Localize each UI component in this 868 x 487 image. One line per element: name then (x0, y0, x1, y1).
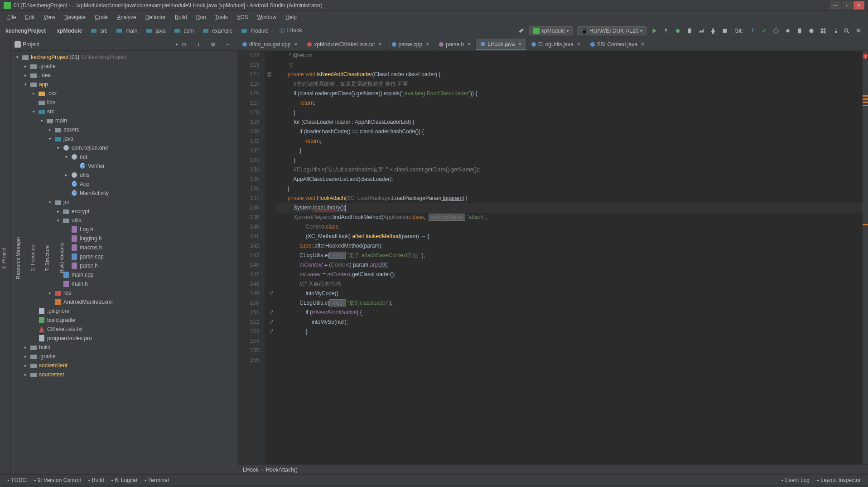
tool-layoutinspector[interactable]: ▪Layout Inspector (813, 476, 864, 484)
tree-item-utils[interactable]: ▾utils (11, 216, 237, 225)
breadcrumb-LHook[interactable]: Ⓒ LHook (278, 26, 304, 35)
tree-item-build-gradle[interactable]: build.gradle (11, 316, 237, 325)
sync-icon[interactable] (830, 26, 839, 35)
select-opened-icon[interactable]: ⊙ (179, 40, 188, 49)
side-tab-project[interactable]: 1: Project (0, 246, 7, 270)
profiler-icon[interactable] (697, 26, 706, 35)
tab-close-icon[interactable]: × (378, 41, 381, 48)
breadcrumb-com[interactable]: com (182, 27, 196, 35)
tree-item-verifier[interactable]: CVerifier (11, 161, 237, 170)
tool-build[interactable]: ▪Build (84, 476, 107, 484)
tree-item--gradle[interactable]: ▸.gradle (11, 352, 237, 361)
debug-icon[interactable] (673, 26, 682, 35)
avd-icon[interactable] (795, 26, 804, 35)
tree-item-socketclient[interactable]: ▸socketclient (11, 361, 237, 370)
git-commit-icon[interactable] (760, 26, 769, 35)
menu-code[interactable]: Code (91, 12, 111, 22)
tree-item-src[interactable]: ▾src (11, 107, 237, 116)
tab-parse-h[interactable]: parse.h× (434, 39, 476, 50)
hide-icon[interactable]: − (223, 40, 232, 49)
tree-item-app[interactable]: CApp (11, 180, 237, 189)
expand-all-icon[interactable]: ↕ (194, 40, 203, 49)
git-revert-icon[interactable] (783, 26, 792, 35)
resource-manager-icon[interactable] (819, 26, 828, 35)
tree-item-cmakelists-txt[interactable]: CMakeLists.txt (11, 325, 237, 334)
menu-view[interactable]: View (40, 12, 59, 22)
side-tab-resourcemanager[interactable]: Resource Manager (14, 235, 22, 281)
menu-help[interactable]: Help (282, 12, 300, 22)
breadcrumb-example[interactable]: example (210, 27, 234, 35)
breadcrumb-xpModule[interactable]: xpModule (55, 27, 84, 35)
tab-parse-cpp[interactable]: parse.cpp× (387, 39, 434, 50)
tree-item-mainactivity[interactable]: CMainActivity (11, 189, 237, 198)
tree-item-logging-h[interactable]: logging.h (11, 234, 237, 243)
breadcrumb-module[interactable]: module (249, 27, 270, 35)
side-tab-favorites[interactable]: 2: Favorites (29, 243, 36, 273)
tab-close-icon[interactable]: × (426, 41, 429, 48)
tree-item-encrypt[interactable]: ▸encrypt (11, 207, 237, 216)
menu-vcs[interactable]: VCS (233, 12, 252, 22)
menu-run[interactable]: Run (193, 12, 210, 22)
error-indicator-icon[interactable]: ! (863, 54, 868, 59)
side-tab-buildvariants[interactable]: Build Variants (58, 241, 65, 275)
menu-file[interactable]: File (4, 12, 19, 22)
minimize-button[interactable]: ─ (830, 1, 841, 10)
tab-close-icon[interactable]: × (518, 41, 521, 47)
menu-build[interactable]: Build (171, 12, 191, 22)
tree-item-jni[interactable]: ▾jni (11, 198, 237, 207)
tool-logcat[interactable]: ▪6: Logcat (107, 476, 141, 484)
tree-item-utils[interactable]: ▸utils (11, 170, 237, 180)
tree-item--gitignore[interactable]: .gitignore (11, 307, 237, 316)
attach-debugger-icon[interactable] (709, 26, 718, 35)
tab-dlfcn-nougat-cpp[interactable]: dlfcn_nougat.cpp× (237, 39, 302, 50)
settings-icon[interactable] (854, 26, 863, 35)
device-select[interactable]: 📱 HUAWEI DUK-AL20 ▾ (577, 26, 646, 35)
tree-item-build[interactable]: ▸build (11, 343, 237, 352)
menu-window[interactable]: Window (253, 12, 280, 22)
tab-clogutils-java[interactable]: CLogUtils.java× (526, 39, 585, 50)
marker-strip[interactable]: ! (863, 51, 868, 464)
tool-versioncontrol[interactable]: ▪9: Version Control (30, 476, 85, 484)
tab-lhook-java[interactable]: LHook.java× (476, 39, 526, 50)
tree-item-proguard-rules-pro[interactable]: proguard-rules.pro (11, 334, 237, 343)
menu-refactor[interactable]: Refactor (142, 12, 169, 22)
tree-item--gradle[interactable]: ▸.gradle (11, 62, 237, 71)
tree-item-log-h[interactable]: Log.h (11, 225, 237, 234)
tab-close-icon[interactable]: × (641, 41, 644, 48)
breadcrumb-main[interactable]: main (124, 27, 139, 35)
menu-navigate[interactable]: Navigate (61, 12, 89, 22)
maximize-button[interactable]: ▫ (842, 1, 853, 10)
tree-item-libs[interactable]: libs (11, 98, 237, 107)
tool-todo[interactable]: ▪TODO (4, 476, 30, 484)
tree-item-main-h[interactable]: main.h (11, 279, 237, 288)
tree-root[interactable]: ▾ kechengProject [01] D:\kechengProject (11, 53, 237, 62)
tab-close-icon[interactable]: × (468, 41, 471, 48)
menu-edit[interactable]: Edit (21, 12, 38, 22)
code-breadcrumb[interactable]: LHook › HookAttach() (237, 464, 868, 474)
tree-item-sourcetest[interactable]: ▸sourcetest (11, 370, 237, 379)
tree-item--cxx[interactable]: ▸.cxx (11, 89, 237, 98)
tab-close-icon[interactable]: × (294, 41, 297, 48)
tree-item-res[interactable]: ▸res (11, 288, 237, 297)
tree-item-com-kejian-one[interactable]: ▾com.kejian.one (11, 143, 237, 152)
run-icon[interactable] (650, 26, 659, 35)
close-button[interactable]: ✕ (854, 1, 864, 10)
tree-item-net[interactable]: ▾net (11, 152, 237, 161)
search-icon[interactable] (842, 26, 851, 35)
stop-icon[interactable] (720, 26, 729, 35)
menu-tools[interactable]: Tools (212, 12, 231, 22)
tool-terminal[interactable]: ▪Terminal (141, 476, 173, 484)
tab-sslcontext-java[interactable]: SSLContext.java× (585, 39, 649, 50)
sdk-icon[interactable] (807, 26, 816, 35)
tab-close-icon[interactable]: × (577, 41, 580, 48)
breadcrumb-java[interactable]: java (154, 27, 167, 35)
tool-eventlog[interactable]: ▪Event Log (778, 476, 813, 484)
menu-analyze[interactable]: Analyze (113, 12, 140, 22)
gear-icon[interactable]: ⚙ (208, 40, 217, 49)
apply-changes-icon[interactable] (661, 26, 670, 35)
line-gutter[interactable]: 1221231241251261271281291301311321331341… (237, 51, 265, 464)
tree-item-main[interactable]: ▾main (11, 116, 237, 125)
git-history-icon[interactable] (772, 26, 781, 35)
run-config-select[interactable]: xpModule ▾ (529, 26, 573, 35)
tree-item--idea[interactable]: ▸.idea (11, 71, 237, 80)
